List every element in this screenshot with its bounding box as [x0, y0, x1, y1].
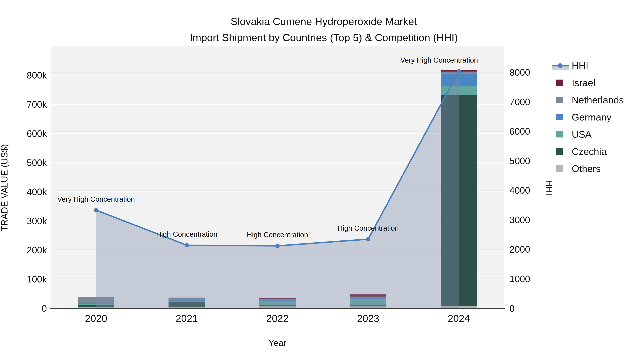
x-axis-title: Year	[268, 338, 286, 348]
y-left-tick-400k: 400k	[27, 187, 47, 197]
y-right-tick-3000: 3000	[510, 215, 530, 225]
legend-label-hhi: HHI	[572, 60, 588, 71]
annotation-2021: High Concentration	[156, 230, 217, 238]
y-left-tick-100k: 100k	[27, 274, 47, 284]
legend-swatch-netherlands	[556, 97, 563, 103]
legend-label-others: Others	[572, 163, 601, 174]
legend-label-israel: Israel	[572, 77, 595, 88]
legend-item-germany[interactable]: Germany	[556, 112, 612, 122]
x-tick-2024: 2024	[448, 313, 470, 324]
legend-item-czechia[interactable]: Czechia	[556, 146, 607, 157]
y-left-tick-300k: 300k	[27, 216, 47, 226]
legend-item-hhi[interactable]: HHI	[552, 60, 588, 71]
legend-label-netherlands: Netherlands	[572, 95, 624, 105]
y-right-tick-7000: 7000	[510, 97, 530, 107]
legend-item-others[interactable]: Others	[556, 163, 601, 174]
y-left-tick-700k: 700k	[27, 99, 47, 110]
y-axis-right-ticks: 010002000300040005000600070008000	[510, 67, 530, 314]
legend-swatch-others	[556, 165, 563, 172]
chart-canvas: Very High ConcentrationHigh Concentratio…	[0, 0, 644, 362]
legend-label-usa: USA	[572, 129, 592, 140]
legend-item-israel[interactable]: Israel	[556, 77, 595, 88]
y-right-tick-2000: 2000	[510, 244, 530, 255]
legend: HHIIsraelNetherlandsGermanyUSACzechiaOth…	[552, 60, 624, 174]
y-left-tick-200k: 200k	[27, 245, 47, 255]
y-left-tick-500k: 500k	[27, 157, 47, 168]
annotation-2022: High Concentration	[247, 231, 308, 239]
y-right-tick-8000: 8000	[510, 67, 530, 78]
legend-swatch-usa	[556, 131, 563, 137]
annotation-2024: Very High Concentration	[400, 56, 478, 64]
legend-swatch-germany	[556, 114, 563, 120]
x-tick-2022: 2022	[266, 313, 289, 324]
figure-container: Very High ConcentrationHigh Concentratio…	[0, 0, 644, 362]
x-axis-ticks: 20202021202220232024	[85, 313, 470, 324]
chart-title-line2: Import Shipment by Countries (Top 5) & C…	[190, 32, 458, 43]
hhi-point-2021	[184, 243, 189, 247]
hhi-point-2023	[366, 237, 370, 241]
x-tick-2023: 2023	[357, 313, 380, 324]
legend-item-netherlands[interactable]: Netherlands	[556, 95, 624, 105]
annotation-2023: High Concentration	[338, 224, 399, 232]
hhi-point-2024	[457, 69, 461, 73]
chart-title-line1: Slovakia Cumene Hydroperoxide Market	[230, 15, 417, 27]
y-right-tick-6000: 6000	[510, 126, 530, 137]
y-right-tick-4000: 4000	[510, 185, 530, 196]
y-left-tick-0: 0	[42, 303, 47, 314]
y-left-tick-600k: 600k	[27, 128, 47, 139]
y-right-tick-1000: 1000	[510, 274, 530, 284]
hhi-point-2022	[275, 244, 280, 248]
legend-swatch-czechia	[556, 148, 563, 155]
annotation-2020: Very High Concentration	[57, 195, 135, 203]
legend-label-czechia: Czechia	[572, 146, 607, 157]
legend-label-germany: Germany	[572, 112, 612, 122]
legend-swatch-israel	[556, 79, 563, 86]
legend-hhi-marker	[558, 63, 562, 68]
y-right-tick-0: 0	[510, 303, 515, 314]
y-axis-right-title: HHI	[544, 180, 554, 195]
legend-item-usa[interactable]: USA	[556, 129, 592, 140]
hhi-point-2020	[94, 208, 98, 212]
x-tick-2021: 2021	[176, 313, 198, 324]
y-axis-left-ticks: 0100k200k300k400k500k600k700k800k	[27, 70, 47, 314]
x-tick-2020: 2020	[85, 313, 107, 324]
y-right-tick-5000: 5000	[510, 156, 530, 166]
y-axis-left-title: TRADE VALUE (US$)	[0, 144, 10, 231]
y-left-tick-800k: 800k	[27, 70, 47, 80]
